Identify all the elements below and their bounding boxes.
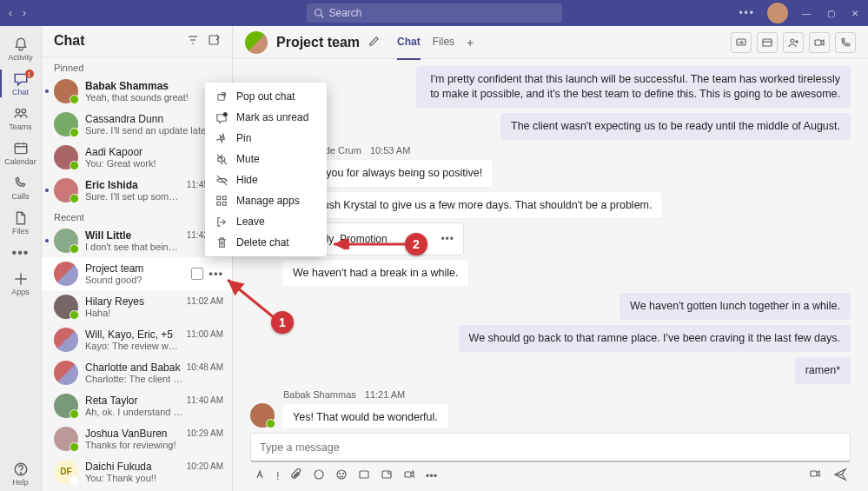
- trash-icon: [215, 236, 228, 249]
- current-user-avatar[interactable]: [767, 3, 788, 23]
- svg-rect-36: [217, 196, 221, 200]
- sent-message[interactable]: We haven't gotten lunch together in a wh…: [620, 293, 851, 320]
- rail-teams[interactable]: Teams: [0, 101, 42, 136]
- chat-list-item[interactable]: Cassandra DunnSure. I'll send an update …: [42, 108, 232, 141]
- ctx-leave[interactable]: Leave: [205, 211, 327, 232]
- search-box[interactable]: Search: [307, 3, 562, 23]
- rail-help[interactable]: Help: [0, 456, 42, 491]
- rail-calendar[interactable]: Calendar: [0, 136, 42, 170]
- forward-button[interactable]: ›: [23, 7, 26, 19]
- ctx-hide[interactable]: Hide: [205, 169, 327, 190]
- chat-list-item[interactable]: Hilary ReyesHaha!11:02 AM: [42, 290, 232, 323]
- gif-icon[interactable]: [358, 468, 370, 483]
- close-button[interactable]: ✕: [849, 9, 861, 18]
- chat-list-item[interactable]: Kadji BellYou: I like the idea. Let's pi…: [42, 488, 232, 491]
- svg-rect-39: [222, 202, 226, 205]
- chat-name: Project team: [85, 262, 188, 275]
- chat-list-item[interactable]: Reta TaylorAh, ok. I understand now.11:4…: [42, 389, 232, 422]
- add-people-icon[interactable]: [783, 32, 804, 53]
- chat-list-item[interactable]: Will, Kayo, Eric, +5Kayo: The review wen…: [42, 323, 232, 356]
- chat-list-item[interactable]: DFDaichi FukudaYou: Thank you!!10:20 AM: [42, 455, 232, 488]
- emoji-icon[interactable]: [335, 468, 348, 483]
- chat-list-title: Chat: [54, 33, 178, 49]
- ctx-popout[interactable]: Pop out chat: [205, 86, 327, 107]
- attach-icon[interactable]: [290, 468, 302, 483]
- chat-list-item[interactable]: Babak ShammasYeah, that sounds great!: [42, 75, 232, 108]
- rail-more-icon[interactable]: •••: [12, 245, 30, 261]
- svg-point-19: [791, 39, 794, 43]
- chat-time: 11:00 AM: [187, 329, 223, 339]
- message-time: 11:21 AM: [365, 389, 405, 400]
- chat-list-item[interactable]: Project teamSound good?•••: [42, 257, 232, 290]
- recent-label: Recent: [42, 207, 232, 224]
- format-icon[interactable]: [254, 468, 266, 483]
- chat-list-item[interactable]: Joshua VanBurenThanks for reviewing!10:2…: [42, 422, 232, 455]
- compose-input-box[interactable]: [250, 433, 851, 462]
- file-name: July_Promotion: [315, 233, 434, 245]
- ctx-pin[interactable]: Pin: [205, 128, 327, 149]
- audio-call-icon[interactable]: [835, 32, 856, 53]
- mute-icon: [215, 153, 228, 165]
- rail-chat[interactable]: Chat1: [0, 66, 42, 101]
- chat-time: 10:20 AM: [187, 461, 223, 471]
- sticker-icon[interactable]: [381, 468, 393, 483]
- ctx-mute[interactable]: Mute: [205, 149, 327, 169]
- svg-point-24: [337, 470, 346, 479]
- compose-input[interactable]: [260, 441, 841, 454]
- add-tab-icon[interactable]: +: [467, 34, 474, 51]
- received-message[interactable]: Yes! That would be wonderful.: [282, 403, 449, 428]
- chat-avatar: [54, 262, 78, 286]
- popout-icon[interactable]: [191, 268, 203, 280]
- chat-name: Daichi Fukuda: [85, 461, 183, 473]
- received-message[interactable]: I will push Krystal to give us a few mor…: [282, 191, 663, 220]
- back-button[interactable]: ‹: [9, 7, 12, 19]
- pin-icon: [215, 132, 228, 144]
- rail-apps[interactable]: Apps: [0, 266, 42, 301]
- svg-line-1: [321, 15, 323, 17]
- tab-files[interactable]: Files: [433, 34, 454, 51]
- chat-list-item[interactable]: Eric IshidaSure. I'll set up something f…: [42, 174, 232, 207]
- svg-line-35: [217, 176, 227, 185]
- ctx-apps[interactable]: Manage apps: [205, 190, 327, 211]
- svg-rect-38: [217, 202, 221, 205]
- schedule-meet-icon[interactable]: [403, 468, 415, 483]
- tab-chat[interactable]: Chat: [397, 34, 421, 51]
- send-icon[interactable]: [833, 468, 847, 484]
- chat-list-item[interactable]: Charlotte and BabakCharlotte: The client…: [42, 356, 232, 389]
- new-chat-icon[interactable]: [208, 34, 220, 49]
- svg-point-2: [16, 109, 20, 113]
- received-message[interactable]: We haven't had a break in a while.: [282, 259, 469, 288]
- priority-icon[interactable]: !: [276, 469, 280, 482]
- share-screen-icon[interactable]: [731, 32, 752, 53]
- sent-message[interactable]: The client wasn't expecting us to be rea…: [500, 113, 851, 140]
- ctx-trash[interactable]: Delete chat: [205, 232, 327, 253]
- chat-list-item[interactable]: Aadi KapoorYou: Great work!: [42, 141, 232, 174]
- sent-message[interactable]: We should go back to that ramne place. I…: [459, 325, 851, 352]
- settings-more-icon[interactable]: •••: [739, 7, 755, 19]
- filter-icon[interactable]: [187, 34, 199, 49]
- svg-rect-17: [763, 39, 772, 46]
- sender-avatar[interactable]: [250, 403, 275, 428]
- compose-more-icon[interactable]: •••: [426, 469, 438, 482]
- schedule-send-icon[interactable]: [809, 468, 821, 484]
- rail-calls[interactable]: Calls: [0, 170, 42, 205]
- chat-avatar: DF: [54, 460, 78, 484]
- edit-title-icon[interactable]: [368, 36, 380, 50]
- loop-icon[interactable]: [313, 468, 325, 483]
- maximize-button[interactable]: ▢: [825, 9, 837, 18]
- chat-list-item[interactable]: Will LittleI don't see that being an iss…: [42, 224, 232, 257]
- rail-files[interactable]: Files: [0, 205, 42, 240]
- chat-more-icon[interactable]: •••: [209, 267, 223, 280]
- join-meet-icon[interactable]: [757, 32, 778, 53]
- chat-preview: Sure. I'll set up something for next wee…: [85, 191, 183, 202]
- file-more-icon[interactable]: •••: [441, 233, 454, 245]
- sent-message[interactable]: ramen*: [795, 357, 851, 384]
- svg-point-23: [315, 470, 323, 479]
- chat-list-pane: Chat PinnedBabak ShammasYeah, that sound…: [42, 26, 233, 491]
- rail-activity[interactable]: Activity: [0, 31, 42, 66]
- video-call-icon[interactable]: [809, 32, 830, 53]
- ctx-unread[interactable]: Mark as unread: [205, 107, 327, 128]
- minimize-button[interactable]: —: [800, 9, 812, 18]
- chat-context-menu: Pop out chatMark as unreadPinMuteHideMan…: [205, 83, 327, 256]
- sent-message[interactable]: I'm pretty confident that this launch wi…: [416, 66, 851, 108]
